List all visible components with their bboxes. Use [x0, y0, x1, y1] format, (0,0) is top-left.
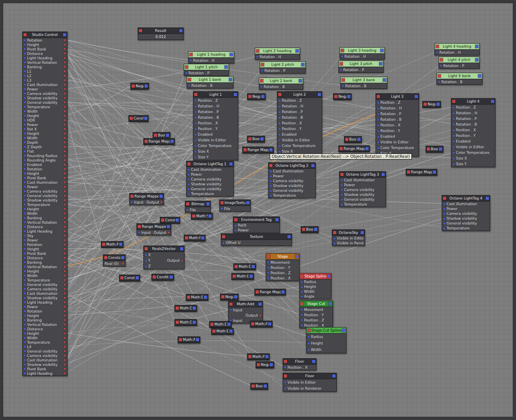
- input-port-dot[interactable]: [24, 57, 26, 59]
- input-port-dot[interactable]: [453, 163, 455, 165]
- input-port-dot[interactable]: [24, 332, 26, 334]
- input-port-dot[interactable]: [24, 226, 26, 228]
- input-port-dot[interactable]: [195, 122, 197, 124]
- node-negate[interactable]: Negate: [130, 83, 149, 90]
- output-port-dot[interactable]: [64, 155, 66, 157]
- node-input-menu-corner[interactable]: [424, 103, 427, 106]
- input-port-dot[interactable]: [24, 159, 26, 161]
- input-port-dot[interactable]: [24, 141, 26, 143]
- input-port-dot[interactable]: [235, 229, 237, 231]
- input-port-dot[interactable]: [188, 193, 190, 195]
- input-port-dot[interactable]: [443, 208, 445, 210]
- output-port-dot[interactable]: [64, 199, 66, 201]
- output-port-dot[interactable]: [64, 132, 66, 134]
- node-input-menu-corner[interactable]: [443, 197, 446, 200]
- node-input-menu-corner[interactable]: [220, 201, 224, 204]
- node-input-menu-corner[interactable]: [139, 29, 142, 32]
- node-math-multiply[interactable]: Math:Multiply: [184, 235, 206, 242]
- input-port-dot[interactable]: [145, 260, 147, 262]
- node-input-menu-corner[interactable]: [377, 95, 380, 98]
- input-port-dot[interactable]: [24, 292, 26, 294]
- node-math-divide[interactable]: Math:Divide: [211, 328, 234, 335]
- output-port-dot[interactable]: [64, 337, 66, 339]
- input-port-dot[interactable]: [24, 363, 26, 365]
- input-port-dot[interactable]: [24, 115, 26, 117]
- output-port-dot[interactable]: [64, 48, 66, 50]
- output-port-dot[interactable]: [64, 372, 66, 374]
- output-port-dot[interactable]: [64, 363, 66, 365]
- node-output-menu-corner[interactable]: [63, 33, 66, 36]
- input-port-dot[interactable]: [24, 341, 26, 343]
- node-output-menu-corner[interactable]: [121, 256, 124, 259]
- node-input-menu-corner[interactable]: [278, 93, 281, 96]
- node-output-menu-corner[interactable]: [382, 173, 385, 176]
- input-port-dot[interactable]: [24, 261, 26, 263]
- input-port-dot[interactable]: [341, 204, 343, 206]
- node-output-menu-corner[interactable]: [491, 100, 494, 103]
- node-input-menu-corner[interactable]: [186, 202, 189, 206]
- input-port-dot[interactable]: [145, 265, 147, 267]
- input-port-dot[interactable]: [438, 81, 440, 83]
- input-port-dot[interactable]: [270, 185, 272, 187]
- output-port-dot[interactable]: [64, 177, 66, 179]
- node-result[interactable]: Result0.012: [138, 27, 184, 40]
- node-input-menu-corner[interactable]: [243, 148, 247, 151]
- input-port-dot[interactable]: [24, 301, 26, 303]
- input-port-dot[interactable]: [440, 65, 442, 67]
- node-input-menu-corner[interactable]: [185, 236, 188, 239]
- node-input-menu-corner[interactable]: [307, 329, 310, 332]
- output-port-dot[interactable]: [64, 279, 66, 281]
- input-port-dot[interactable]: [188, 169, 190, 171]
- input-port-dot[interactable]: [341, 179, 343, 181]
- node-output-menu-corner[interactable]: [144, 117, 147, 120]
- input-port-dot[interactable]: [341, 55, 343, 57]
- output-port-dot[interactable]: [64, 239, 66, 241]
- input-port-dot[interactable]: [279, 151, 281, 153]
- node-constant[interactable]: ConstantReal (0): [103, 254, 126, 267]
- node-range-mapper[interactable]: Range Mapper: [338, 145, 370, 152]
- input-port-dot[interactable]: [267, 272, 269, 274]
- input-port-dot[interactable]: [138, 231, 140, 233]
- node-output-menu-corner[interactable]: [295, 255, 298, 258]
- node-output-menu-corner[interactable]: [275, 218, 279, 221]
- node-input-menu-corner[interactable]: [440, 58, 443, 61]
- node-reals2vector[interactable]: Reals2VectorXYOutputZ: [143, 246, 185, 269]
- node-math-divide[interactable]: Math:Divide: [174, 319, 197, 326]
- node-input-menu-corner[interactable]: [340, 62, 343, 65]
- node-output-menu-corner[interactable]: [327, 275, 330, 278]
- output-port-dot[interactable]: [64, 124, 66, 126]
- input-port-dot[interactable]: [443, 223, 445, 225]
- node-output-menu-corner[interactable]: [379, 62, 382, 65]
- node-octane-lighttag-1[interactable]: Octane LightTag 1Cast illuminationPowerC…: [186, 161, 234, 197]
- input-port-dot[interactable]: [279, 111, 281, 113]
- input-port-dot[interactable]: [24, 310, 26, 312]
- node-output-menu-corner[interactable]: [312, 360, 315, 363]
- node-input-menu-corner[interactable]: [194, 93, 197, 96]
- output-port-dot[interactable]: [64, 84, 66, 86]
- node-math-add[interactable]: Math:Add: [247, 353, 270, 360]
- node-input-menu-corner[interactable]: [154, 134, 157, 137]
- input-port-dot[interactable]: [24, 75, 26, 77]
- input-port-dot[interactable]: [284, 366, 286, 368]
- output-port-dot[interactable]: [181, 260, 183, 262]
- node-output-menu-corner[interactable]: [329, 302, 332, 305]
- input-port-dot[interactable]: [261, 69, 263, 71]
- input-port-dot[interactable]: [187, 209, 189, 211]
- node-input-menu-corner[interactable]: [333, 231, 336, 234]
- output-port-dot[interactable]: [64, 297, 66, 299]
- node-output-menu-corner[interactable]: [311, 164, 315, 167]
- input-port-dot[interactable]: [279, 100, 281, 102]
- input-port-dot[interactable]: [24, 44, 26, 46]
- output-port-dot[interactable]: [64, 266, 66, 268]
- input-port-dot[interactable]: [195, 105, 197, 107]
- input-port-dot[interactable]: [377, 147, 379, 149]
- output-port-dot[interactable]: [64, 306, 66, 308]
- node-output-menu-corner[interactable]: [234, 295, 237, 298]
- output-port-dot[interactable]: [64, 61, 66, 63]
- input-port-dot[interactable]: [24, 101, 26, 103]
- input-port-dot[interactable]: [24, 221, 26, 223]
- output-port-dot[interactable]: [64, 88, 66, 90]
- output-port-dot[interactable]: [64, 66, 66, 68]
- input-port-dot[interactable]: [230, 309, 232, 311]
- node-input-menu-corner[interactable]: [284, 360, 287, 363]
